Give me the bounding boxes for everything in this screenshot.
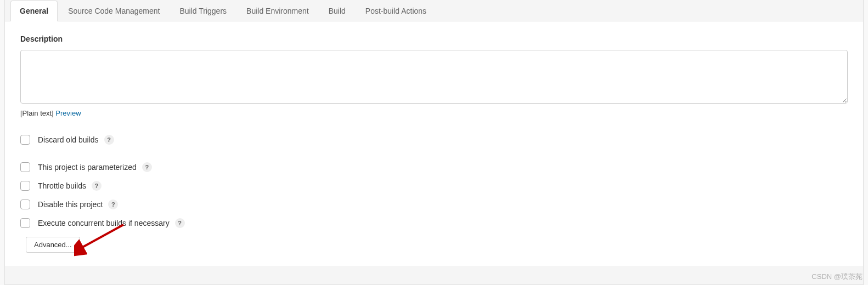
preview-link[interactable]: Preview — [55, 109, 81, 117]
description-input[interactable] — [20, 50, 848, 104]
advanced-row: Advanced... — [26, 237, 848, 253]
watermark: CSDN @璞茶苑 — [811, 272, 863, 282]
config-tabs: General Source Code Management Build Tri… — [5, 0, 863, 21]
checkbox-concurrent-builds[interactable] — [20, 218, 30, 228]
description-label: Description — [20, 35, 848, 43]
option-parameterized: This project is parameterized ? — [20, 162, 848, 172]
description-preview-row: [Plain text] Preview — [20, 109, 848, 117]
plain-text-label: [Plain text] — [20, 109, 54, 117]
tab-build[interactable]: Build — [319, 1, 355, 21]
checkbox-parameterized[interactable] — [20, 162, 30, 172]
annotation-arrow-icon — [74, 224, 129, 256]
tab-content-general: Description [Plain text] Preview Discard… — [5, 21, 863, 266]
tab-scm[interactable]: Source Code Management — [59, 1, 169, 21]
help-icon[interactable]: ? — [108, 200, 118, 209]
tab-build-triggers[interactable]: Build Triggers — [170, 1, 236, 21]
checkbox-discard-old-builds[interactable] — [20, 135, 30, 145]
option-disable-project: Disable this project ? — [20, 200, 848, 209]
option-concurrent-builds: Execute concurrent builds if necessary ? — [20, 218, 848, 228]
option-label: Execute concurrent builds if necessary — [38, 219, 170, 227]
svg-line-1 — [80, 225, 123, 249]
option-label: Disable this project — [38, 200, 103, 209]
option-discard-old-builds: Discard old builds ? — [20, 135, 848, 145]
help-icon[interactable]: ? — [104, 135, 114, 145]
checkbox-throttle-builds[interactable] — [20, 181, 30, 191]
tab-build-environment[interactable]: Build Environment — [237, 1, 318, 21]
option-label: Discard old builds — [38, 135, 99, 144]
option-throttle-builds: Throttle builds ? — [20, 181, 848, 191]
general-options: Discard old builds ? This project is par… — [20, 135, 848, 253]
option-label: This project is parameterized — [38, 163, 137, 172]
tab-general[interactable]: General — [10, 1, 58, 21]
tab-post-build-actions[interactable]: Post-build Actions — [356, 1, 436, 21]
option-label: Throttle builds — [38, 181, 86, 190]
checkbox-disable-project[interactable] — [20, 200, 30, 209]
advanced-button[interactable]: Advanced... — [26, 237, 80, 253]
help-icon[interactable]: ? — [92, 181, 102, 191]
help-icon[interactable]: ? — [142, 162, 152, 172]
help-icon[interactable]: ? — [175, 218, 185, 228]
